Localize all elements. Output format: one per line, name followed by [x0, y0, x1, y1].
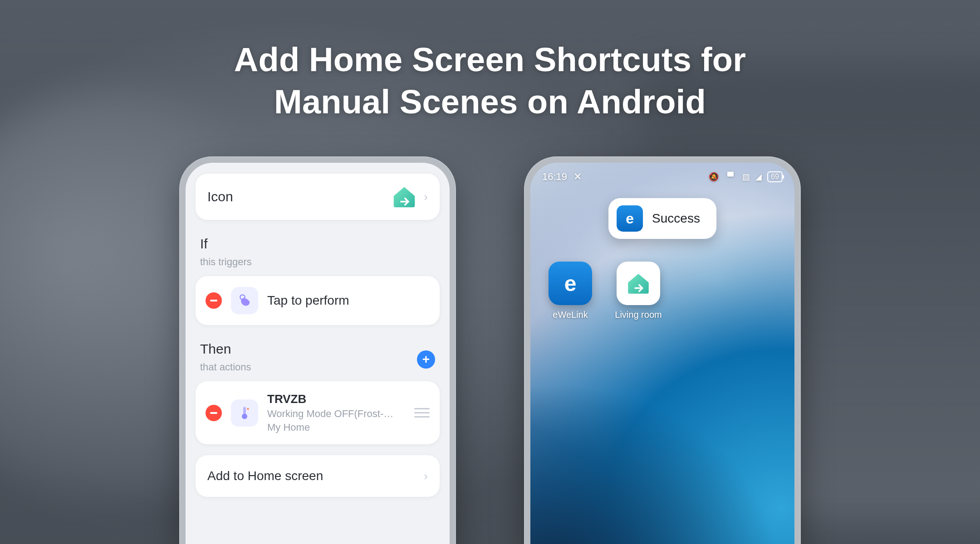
- chevron-right-icon: ›: [424, 190, 428, 204]
- status-time: 16:19: [542, 171, 567, 183]
- then-title: Then: [200, 341, 435, 357]
- drag-handle-icon[interactable]: [414, 408, 430, 418]
- app-label: Living room: [615, 310, 662, 320]
- house-arrow-icon: [391, 185, 417, 208]
- remove-icon[interactable]: [206, 405, 222, 421]
- home-screen-apps: e eWeLink: [543, 262, 666, 320]
- ewelink-app-icon: e: [617, 205, 643, 232]
- action-detail: Working Mode OFF(Frost-…: [267, 408, 393, 420]
- ewelink-app-icon: e: [549, 262, 592, 305]
- remove-icon[interactable]: [206, 292, 222, 309]
- title-line-2: Manual Scenes on Android: [274, 83, 706, 121]
- phone-group: Icon: [179, 156, 801, 544]
- action-home: My Home: [267, 422, 393, 433]
- add-to-home-screen-row[interactable]: Add to Home screen ›: [196, 455, 440, 497]
- phone-scene-editor: Icon: [179, 156, 456, 544]
- battery-level: 69: [771, 173, 779, 181]
- if-subtitle: this triggers: [200, 256, 435, 268]
- app-ewelink[interactable]: e eWeLink: [543, 262, 598, 320]
- thermometer-icon: [231, 399, 258, 427]
- network-icon: ▝▘: [724, 172, 737, 182]
- tap-icon: [231, 287, 258, 314]
- signal-icon: ◢: [755, 172, 762, 182]
- tools-icon: ✕: [573, 171, 582, 183]
- add-action-button[interactable]: +: [417, 350, 435, 369]
- if-trigger-item[interactable]: Tap to perform: [196, 276, 440, 325]
- toast-message: Success: [652, 211, 700, 226]
- add-home-label: Add to Home screen: [207, 469, 323, 483]
- phone-android-home: 16:19 ✕ 🔕 ▝▘ ▧ ◢ 69: [524, 156, 801, 544]
- icon-row-label: Icon: [207, 189, 233, 204]
- battery-indicator: 69: [767, 171, 783, 182]
- if-title: If: [200, 236, 435, 252]
- app-shortcut-living-room[interactable]: Living room: [611, 262, 666, 320]
- page-title: Add Home Screen Shortcuts for Manual Sce…: [150, 39, 830, 123]
- title-line-1: Add Home Screen Shortcuts for: [234, 41, 746, 78]
- then-subtitle: that actions: [200, 361, 435, 373]
- if-trigger-label: Tap to perform: [267, 293, 349, 308]
- action-title: TRVZB: [267, 392, 393, 406]
- then-section-header: Then that actions +: [196, 325, 440, 381]
- status-bar: 16:19 ✕ 🔕 ▝▘ ▧ ◢ 69: [530, 163, 794, 183]
- if-section-header: If this triggers: [196, 220, 440, 276]
- mute-icon: 🔕: [709, 172, 719, 182]
- app-label: eWeLink: [553, 310, 588, 320]
- svg-point-2: [242, 413, 247, 419]
- icon-selector-row[interactable]: Icon: [196, 174, 440, 220]
- scene-shortcut-icon: [617, 262, 660, 305]
- success-toast: e Success: [608, 198, 716, 239]
- chevron-right-icon: ›: [424, 469, 428, 483]
- svg-point-3: [247, 408, 249, 410]
- wifi-icon: ▧: [742, 172, 750, 182]
- then-action-item[interactable]: TRVZB Working Mode OFF(Frost-… My Home: [196, 381, 440, 444]
